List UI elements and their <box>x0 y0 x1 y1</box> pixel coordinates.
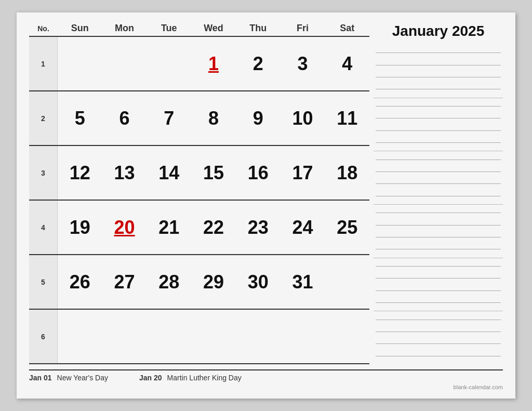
notes-week-block-3 <box>374 151 503 205</box>
note-line-w4-l3 <box>376 237 501 237</box>
note-line-w5-l4 <box>376 302 501 303</box>
day-cell-w6-d3 <box>147 310 191 363</box>
note-line-w2-l4 <box>376 142 501 143</box>
day-cell-w5-d5: 30 <box>236 255 281 309</box>
day-cell-w1-d6: 3 <box>281 37 325 90</box>
holiday-2-date: Jan 20 <box>139 374 162 382</box>
notes-lines-group <box>374 45 503 364</box>
top-section: No. Sun Mon Tue Wed Thu Fri Sat 11234256… <box>29 23 503 364</box>
watermark: blank-calendar.com <box>29 384 503 390</box>
day-cell-w4-d5: 23 <box>236 201 281 254</box>
day-cell-w6-d2 <box>102 310 147 363</box>
day-cell-w5-d3: 28 <box>147 255 191 309</box>
week-num-5: 5 <box>29 255 58 309</box>
holiday-2-name: Martin Luther King Day <box>167 374 242 382</box>
day-cell-w1-d5: 2 <box>236 37 281 90</box>
thu-header: Thu <box>236 23 281 34</box>
day-cell-w3-d6: 17 <box>281 146 325 200</box>
week-row-2: 2567891011 <box>29 91 369 146</box>
footer: Jan 01 New Year's Day Jan 20 Martin Luth… <box>29 369 503 382</box>
week-row-1: 11234 <box>29 37 369 91</box>
week-row-3: 312131415161718 <box>29 146 369 201</box>
day-cell-w2-d3: 7 <box>147 91 191 145</box>
holiday-2: Jan 20 Martin Luther King Day <box>139 374 242 382</box>
notes-week-block-4 <box>374 205 503 258</box>
day-cell-w1-d3 <box>147 37 191 90</box>
day-cell-w5-d4: 29 <box>191 255 236 309</box>
sun-header: Sun <box>58 23 102 34</box>
day-cell-w2-d1: 5 <box>58 91 102 145</box>
note-line-w4-l4 <box>376 249 501 249</box>
day-cell-w6-d1 <box>58 310 102 363</box>
week-num-6: 6 <box>29 310 58 363</box>
day-cell-w4-d7: 25 <box>325 201 369 254</box>
month-title: January 2025 <box>374 23 503 39</box>
day-cell-w6-d6 <box>281 310 325 363</box>
calendar-section: No. Sun Mon Tue Wed Thu Fri Sat 11234256… <box>29 23 369 364</box>
notes-inner: January 2025 <box>374 23 503 364</box>
note-line-w6-l4 <box>376 356 501 356</box>
note-line-w5-l3 <box>376 290 501 291</box>
note-line-w3-l4 <box>376 196 501 196</box>
note-line-w5-l2 <box>376 278 501 279</box>
day-cell-w3-d5: 16 <box>236 146 281 200</box>
sat-header: Sat <box>325 23 369 34</box>
week-num-1: 1 <box>29 37 58 90</box>
calendar-page: No. Sun Mon Tue Wed Thu Fri Sat 11234256… <box>17 12 515 399</box>
week-rows: 1123425678910113121314151617184192021222… <box>29 37 369 364</box>
day-cell-w6-d4 <box>191 310 236 363</box>
calendar-header: No. Sun Mon Tue Wed Thu Fri Sat <box>29 23 369 37</box>
day-cell-w3-d2: 13 <box>102 146 147 200</box>
wed-header: Wed <box>191 23 236 34</box>
day-cell-w4-d1: 19 <box>58 201 102 254</box>
day-cell-w3-d7: 18 <box>325 146 369 200</box>
day-cell-w1-d1 <box>58 37 102 90</box>
note-line-w1-l3 <box>376 77 501 77</box>
note-line-w3-l1 <box>376 160 501 160</box>
day-cell-w4-d6: 24 <box>281 201 325 254</box>
notes-section: January 2025 <box>374 23 503 364</box>
note-line-w2-l2 <box>376 118 501 118</box>
note-line-w5-l1 <box>376 266 501 267</box>
day-cell-w2-d5: 9 <box>236 91 281 145</box>
week-num-2: 2 <box>29 91 58 145</box>
day-cell-w6-d5 <box>236 310 281 363</box>
holiday-1-name: New Year's Day <box>57 374 108 382</box>
no-header: No. <box>29 24 58 33</box>
week-row-4: 419202122232425 <box>29 201 369 255</box>
note-line-w4-l1 <box>376 213 501 213</box>
week-row-5: 5262728293031 <box>29 255 369 310</box>
tue-header: Tue <box>147 23 191 34</box>
note-line-w2-l3 <box>376 130 501 131</box>
note-line-w6-l2 <box>376 332 501 332</box>
day-cell-w3-d4: 15 <box>191 146 236 200</box>
holiday-1: Jan 01 New Year's Day <box>29 374 108 382</box>
day-cell-w3-d3: 14 <box>147 146 191 200</box>
note-line-w1-l2 <box>376 65 501 65</box>
week-row-6: 6 <box>29 310 369 364</box>
day-cell-w4-d3: 21 <box>147 201 191 254</box>
day-cell-w5-d6: 31 <box>281 255 325 309</box>
day-cell-w2-d2: 6 <box>102 91 147 145</box>
notes-week-block-6 <box>374 311 503 364</box>
note-line-w6-l1 <box>376 320 501 320</box>
note-line-w2-l1 <box>376 106 501 107</box>
notes-week-block-5 <box>374 258 503 312</box>
note-line-w6-l3 <box>376 343 501 344</box>
day-cell-w5-d7 <box>325 255 369 309</box>
note-line-w1-l4 <box>376 89 501 89</box>
day-cell-w1-d4: 1 <box>191 37 236 90</box>
note-line-w4-l2 <box>376 225 501 226</box>
day-cell-w2-d6: 10 <box>281 91 325 145</box>
day-cell-w2-d4: 8 <box>191 91 236 145</box>
day-cell-w2-d7: 11 <box>325 91 369 145</box>
fri-header: Fri <box>281 23 325 34</box>
note-line-w1-l1 <box>376 52 501 53</box>
day-cell-w1-d7: 4 <box>325 37 369 90</box>
day-cell-w6-d7 <box>325 310 369 363</box>
mon-header: Mon <box>102 23 147 34</box>
holiday-1-date: Jan 01 <box>29 374 52 382</box>
notes-week-block-1 <box>374 45 503 98</box>
note-line-w3-l3 <box>376 183 501 184</box>
day-cell-w5-d1: 26 <box>58 255 102 309</box>
